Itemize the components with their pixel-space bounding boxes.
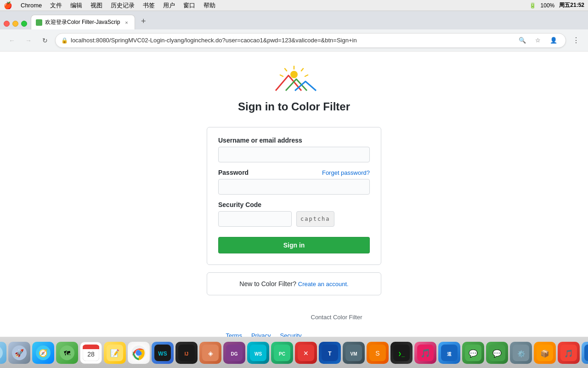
dock-webstorm[interactable]: WS (152, 342, 174, 364)
new-user-text: New to Color Filter? (239, 280, 296, 288)
dock-datagrip[interactable]: DG (223, 342, 245, 364)
reload-button[interactable]: ↻ (39, 34, 51, 47)
bookmark-icon[interactable]: ☆ (531, 34, 544, 47)
menu-help[interactable]: 帮助 (204, 1, 215, 10)
dock-calendar[interactable]: 28 (80, 342, 102, 364)
svg-text:✕: ✕ (303, 350, 309, 357)
svg-text:DG: DG (231, 351, 238, 356)
security-code-input[interactable] (218, 211, 292, 227)
dock-terminal[interactable]: ❯_ (390, 342, 413, 364)
logo-area: Sign in to Color Filter (238, 65, 350, 122)
svg-text:📦: 📦 (540, 349, 549, 358)
username-group: Username or email address (218, 137, 370, 162)
traffic-minimize[interactable] (12, 21, 18, 27)
dock-chrome[interactable] (128, 342, 150, 364)
url-actions: 🔍 ☆ 👤 (516, 34, 560, 47)
chrome-menu-button[interactable]: ⋮ (570, 34, 582, 47)
svg-text:◈: ◈ (208, 350, 213, 357)
dock-vmware[interactable]: VM (343, 342, 365, 364)
svg-text:PC: PC (279, 351, 285, 356)
search-icon[interactable]: 🔍 (516, 34, 529, 47)
menu-bookmarks[interactable]: 书签 (143, 1, 155, 10)
tab-active[interactable]: 欢迎登录Color Filter-JavaScrip × (31, 15, 135, 29)
footer-privacy[interactable]: Privacy (251, 332, 271, 337)
svg-rect-60 (584, 345, 588, 361)
menu-file[interactable]: 文件 (50, 1, 62, 10)
dock: 😊 🚀 🚀 🧭 🗺 28 📝 WS IJ ◈ DG WS (0, 337, 588, 368)
menu-chrome[interactable]: Chrome (21, 2, 42, 9)
svg-text:💬: 💬 (492, 349, 502, 358)
traffic-maximize[interactable] (21, 21, 27, 27)
svg-text:🗺: 🗺 (64, 350, 70, 357)
menu-battery-pct: 100% (541, 2, 555, 9)
svg-text:💬: 💬 (469, 349, 478, 358)
apple-menu[interactable]: 🍎 (4, 1, 12, 10)
dock-launchpad[interactable]: 🚀 (0, 342, 6, 364)
dock-abstract[interactable]: ◈ (199, 342, 221, 364)
traffic-close[interactable] (4, 21, 10, 27)
svg-text:WS: WS (158, 351, 167, 357)
svg-text:⚙️: ⚙️ (517, 350, 526, 358)
tab-close-button[interactable]: × (123, 19, 130, 26)
captcha-image[interactable]: captcha (296, 211, 334, 227)
security-code-row: captcha (218, 211, 370, 227)
forward-button[interactable]: → (22, 34, 35, 47)
svg-line-4 (280, 75, 283, 76)
create-account-link-text[interactable]: Create an account. (298, 281, 349, 288)
tab-traffic-lights (4, 21, 27, 27)
dock-typora[interactable]: T (319, 342, 341, 364)
svg-text:WS: WS (254, 351, 262, 356)
url-bar[interactable]: 🔒 localhost:8080/SpringMVC02-Login-clyan… (55, 33, 566, 48)
tab-favicon (36, 19, 42, 26)
svg-text:🚀: 🚀 (15, 349, 24, 357)
svg-text:28: 28 (87, 351, 95, 358)
tab-title: 欢迎登录Color Filter-JavaScrip (45, 18, 120, 26)
dock-pages[interactable]: 📄 (582, 342, 588, 364)
dock-maps[interactable]: 🗺 (56, 342, 78, 364)
dock-music[interactable]: 🎵 (558, 342, 580, 364)
footer-terms[interactable]: Terms (226, 332, 242, 337)
svg-text:🎵: 🎵 (564, 349, 573, 358)
menu-history[interactable]: 历史记录 (111, 1, 135, 10)
dock-notes[interactable]: 📝 (104, 342, 126, 364)
dock-itunes[interactable]: 🎵 (414, 342, 436, 364)
svg-text:❯_: ❯_ (398, 351, 405, 357)
new-tab-button[interactable]: + (137, 15, 150, 28)
dock-wechat[interactable]: 💬 (462, 342, 484, 364)
menu-edit[interactable]: 编辑 (70, 1, 82, 10)
signin-button[interactable]: Sign in (218, 237, 370, 253)
svg-line-3 (285, 69, 287, 71)
dock-wechat2[interactable]: 💬 (486, 342, 508, 364)
dock-dash[interactable]: 道 (438, 342, 460, 364)
footer-security[interactable]: Security (280, 332, 302, 337)
back-button[interactable]: ← (6, 34, 18, 47)
footer: Terms Privacy Security Contact Color Fil… (226, 314, 362, 337)
footer-contact: Contact Color Filter (311, 314, 362, 337)
dock-sysinfo[interactable]: ⚙️ (510, 342, 532, 364)
menu-user[interactable]: 用户 (163, 1, 175, 10)
password-input[interactable] (218, 179, 370, 195)
username-input[interactable] (218, 147, 370, 162)
profile-icon[interactable]: 👤 (547, 34, 560, 47)
svg-text:🧭: 🧭 (39, 349, 48, 357)
dock-safari[interactable]: 🧭 (32, 342, 54, 364)
svg-line-2 (305, 75, 308, 76)
dock-ws2[interactable]: WS (247, 342, 269, 364)
menu-window[interactable]: 窗口 (183, 1, 195, 10)
dock-keka[interactable]: 📦 (534, 342, 556, 364)
forget-password-link[interactable]: Forget password? (322, 169, 370, 176)
create-account-box: New to Color Filter? Create an account. (207, 272, 381, 295)
dock-sublime[interactable]: S (367, 342, 389, 364)
password-group: Password Forget password? (218, 169, 370, 195)
page-title: Sign in to Color Filter (238, 100, 350, 113)
dock-intellij[interactable]: IJ (175, 342, 198, 364)
lock-icon: 🔒 (61, 37, 68, 44)
dock-rocket[interactable]: 🚀 (8, 342, 30, 364)
security-code-group: Security Code captcha (218, 201, 370, 227)
svg-text:IJ: IJ (185, 351, 188, 356)
menu-view[interactable]: 视图 (90, 1, 102, 10)
svg-line-1 (301, 69, 303, 71)
login-form-box: Username or email address Password Forge… (207, 127, 381, 265)
dock-ninja[interactable]: ✕ (295, 342, 317, 364)
dock-pycharm[interactable]: PC (271, 342, 293, 364)
